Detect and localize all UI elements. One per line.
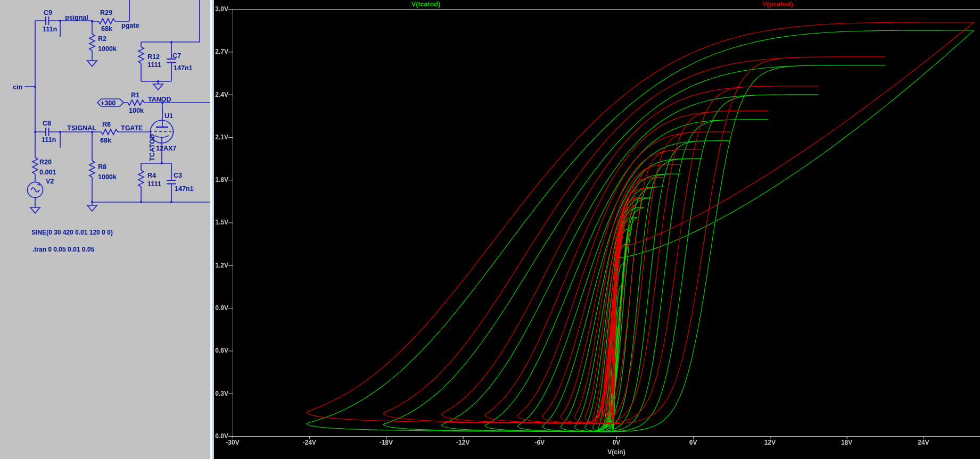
net-label-TSIGNAL[interactable]: TSIGNAL bbox=[67, 124, 96, 132]
y-tick-label: 2.4V bbox=[215, 91, 228, 98]
y-tick-label: 3.0V bbox=[215, 5, 228, 13]
resistor-R6[interactable] bbox=[101, 129, 118, 135]
label-R29-value: 68k bbox=[101, 25, 112, 32]
label-V2: V2 bbox=[46, 178, 54, 185]
net-label-cin[interactable]: cin bbox=[13, 84, 22, 91]
label-R6-value: 68k bbox=[100, 137, 111, 144]
resistor-R20[interactable] bbox=[32, 157, 38, 174]
label-R4-value: 1111 bbox=[147, 180, 161, 188]
x-tick-label: -18V bbox=[370, 439, 402, 446]
resistor-R29[interactable] bbox=[98, 19, 115, 24]
capacitor-C9[interactable] bbox=[46, 16, 49, 25]
resistor-R4[interactable] bbox=[138, 170, 144, 187]
net-label-TGATE[interactable]: TGATE bbox=[121, 124, 143, 132]
x-tick-label: -6V bbox=[524, 439, 556, 446]
label-R12-value: 1111 bbox=[147, 61, 161, 69]
net-label-pgate[interactable]: pgate bbox=[121, 22, 139, 29]
legend-trace-pcatod[interactable]: V(pcatod) bbox=[735, 1, 820, 8]
x-tick-label: -24V bbox=[293, 439, 325, 446]
legend-trace-tcatod[interactable]: V(tcatod) bbox=[383, 1, 468, 8]
label-C9-value: 111n bbox=[43, 26, 57, 33]
supply-label-plus300: +300 bbox=[101, 99, 116, 107]
y-tick-label: 0.6V bbox=[215, 347, 228, 354]
label-C3-value: 147n1 bbox=[175, 185, 193, 193]
resistor-R8[interactable] bbox=[89, 161, 95, 177]
y-tick-label: 1.8V bbox=[215, 176, 228, 183]
label-C3: C3 bbox=[174, 172, 182, 179]
label-R2-value: 1000k bbox=[98, 45, 117, 53]
spice-directive-sine[interactable]: SINE(0 30 420 0.01 120 0 0) bbox=[31, 229, 113, 236]
label-C8-value: 111n bbox=[42, 136, 56, 144]
net-label-psignal[interactable]: psignal bbox=[65, 14, 88, 21]
ltspice-window: C9 111n psignal R29 68k pgate R2 1000k c… bbox=[0, 0, 980, 459]
label-R20-value: 0.001 bbox=[39, 169, 56, 176]
label-R29: R29 bbox=[100, 9, 112, 16]
label-U1-type: 12AX7 bbox=[156, 145, 176, 152]
x-tick-label: 0V bbox=[600, 439, 632, 446]
schematic-pane[interactable]: C9 111n psignal R29 68k pgate R2 1000k c… bbox=[0, 0, 210, 459]
x-tick-label: -30V bbox=[217, 439, 249, 446]
label-R12: R12 bbox=[147, 53, 160, 61]
y-tick-label: 1.2V bbox=[215, 262, 228, 269]
label-R6: R6 bbox=[102, 121, 111, 128]
label-C9: C9 bbox=[44, 9, 52, 16]
resistor-R1[interactable] bbox=[128, 100, 144, 105]
label-R2: R2 bbox=[98, 35, 106, 43]
y-tick-label: 1.5V bbox=[215, 219, 228, 226]
net-label-TANOD[interactable]: TANOD bbox=[148, 96, 171, 103]
capacitor-C8[interactable] bbox=[46, 128, 49, 136]
label-R8: R8 bbox=[98, 163, 106, 171]
spice-directive-tran[interactable]: .tran 0 0.05 0.01 0.05 bbox=[32, 246, 94, 253]
label-C7-value: 147n1 bbox=[174, 64, 192, 72]
y-tick-label: 2.7V bbox=[215, 48, 228, 55]
voltage-source-V2[interactable] bbox=[28, 182, 43, 198]
resistor-R2[interactable] bbox=[89, 34, 95, 51]
y-tick-label: 2.1V bbox=[215, 133, 228, 141]
y-tick-label: 0.9V bbox=[215, 304, 228, 312]
label-R8-value: 1000k bbox=[98, 173, 117, 181]
x-tick-label: -12V bbox=[447, 439, 479, 446]
label-R1: R1 bbox=[131, 91, 139, 99]
capacitor-C3[interactable] bbox=[167, 180, 176, 184]
schematic-drawing: C9 111n psignal R29 68k pgate R2 1000k c… bbox=[0, 0, 210, 459]
label-C8: C8 bbox=[43, 120, 51, 127]
label-R1-value: 100k bbox=[129, 107, 144, 114]
x-tick-label: 24V bbox=[908, 439, 940, 446]
x-tick-label: 18V bbox=[831, 439, 863, 446]
label-R20: R20 bbox=[39, 158, 52, 166]
waveform-canvas bbox=[214, 0, 980, 459]
resistor-R12[interactable] bbox=[138, 47, 144, 63]
waveform-pane[interactable]: V(tcatod) V(pcatod) V(cin) 3.0V2.7V2.4V2… bbox=[214, 0, 980, 459]
x-tick-label: 6V bbox=[677, 439, 709, 446]
x-axis-title: V(cin) bbox=[590, 448, 643, 456]
net-label-TCATOD[interactable]: TCATOD bbox=[149, 134, 156, 161]
label-R4: R4 bbox=[147, 172, 156, 179]
y-tick-label: 0.3V bbox=[215, 390, 228, 397]
label-C7: C7 bbox=[172, 52, 181, 60]
x-tick-label: 12V bbox=[754, 439, 786, 446]
label-U1: U1 bbox=[164, 112, 173, 120]
